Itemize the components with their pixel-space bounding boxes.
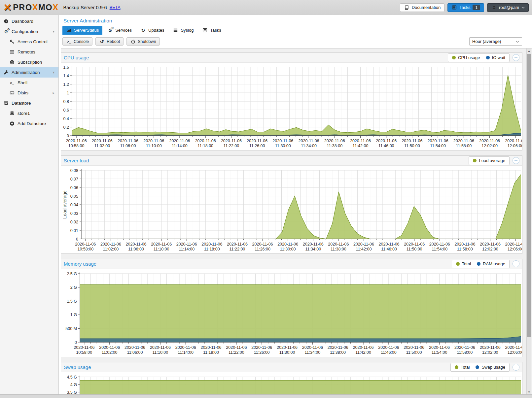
legend-label: RAM usage (483, 261, 505, 266)
svg-text:2020-11-0611:50:00: 2020-11-0611:50:00 (404, 345, 424, 355)
caret-down-icon: ▾ (53, 70, 54, 75)
scroll-up-arrow-icon[interactable]: ▲ (527, 49, 531, 53)
tab-label: Services (115, 28, 132, 33)
legend-item-total[interactable]: Total (455, 365, 470, 370)
sidebar-item-access-control[interactable]: Access Control (0, 37, 58, 47)
tab-syslog[interactable]: Syslog (169, 26, 197, 35)
svg-text:500 M: 500 M (65, 326, 77, 331)
sidebar-item-shell[interactable]: >_Shell (0, 78, 58, 88)
panel-header: Server loadLoad average (61, 156, 522, 166)
svg-text:2020-11-0611:42:00: 2020-11-0611:42:00 (350, 139, 371, 148)
panel-body: 00.20.40.60.811.21.41.62020-11-0610:58:0… (61, 63, 522, 150)
terminal-icon: >_ (66, 40, 72, 44)
sidebar-item-store1[interactable]: store1 (0, 108, 58, 118)
time-range-select[interactable]: Hour (average) (469, 37, 522, 46)
legend-label: CPU usage (458, 55, 480, 60)
reboot-button[interactable]: ↺Reboot (95, 37, 124, 46)
collapse-panel-button[interactable] (513, 364, 519, 371)
svg-text:3.5 G: 3.5 G (67, 390, 77, 395)
key-icon (9, 39, 15, 44)
caret-down-icon: ▾ (53, 29, 54, 34)
svg-text:0.06: 0.06 (70, 185, 78, 190)
svg-text:2020-11-0611:58:00: 2020-11-0611:58:00 (454, 345, 475, 355)
gears-icon: ⚙⚙ (3, 29, 9, 34)
svg-text:2020-11-0611:26:00: 2020-11-0611:26:00 (252, 242, 273, 251)
svg-text:2020-11-0611:06:00: 2020-11-0611:06:00 (118, 139, 138, 148)
toolbar: >_Console↺RebootShutdown Hour (average) (61, 35, 532, 49)
page-title: Server Administration (63, 18, 532, 25)
tab-serverstatus[interactable]: ServerStatus (62, 26, 102, 35)
collapse-panel-button[interactable] (513, 157, 519, 164)
sidebar-item-dashboard[interactable]: Dashboard (0, 16, 58, 26)
minus-icon (514, 160, 517, 161)
tab-bar: ServerStatus⚙⚙Services↻UpdatesSyslogTask… (62, 25, 532, 35)
sidebar-nav: Dashboard⚙⚙Configuration▾Access ControlR… (0, 15, 59, 395)
legend-item-total[interactable]: Total (456, 261, 471, 266)
svg-text:2020-11-0611:34:00: 2020-11-0611:34:00 (299, 139, 319, 148)
sidebar-item-label: Datastore (12, 101, 31, 106)
svg-text:2020-11-0611:10:00: 2020-11-0611:10:00 (150, 345, 171, 355)
svg-text:0.08: 0.08 (70, 168, 78, 173)
legend-item-cpu-usage[interactable]: CPU usage (452, 55, 480, 60)
power-icon (130, 39, 136, 44)
legend-item-load-average[interactable]: Load average (473, 158, 505, 163)
tab-services[interactable]: ⚙⚙Services (104, 26, 135, 35)
svg-text:2 G: 2 G (70, 285, 77, 290)
legend-item-io-wait[interactable]: IO wait (486, 55, 505, 60)
svg-text:1: 1 (67, 91, 69, 95)
scroll-down-arrow-icon[interactable]: ▼ (527, 390, 531, 395)
svg-text:0.01: 0.01 (70, 228, 78, 233)
tab-tasks[interactable]: Tasks (198, 26, 225, 35)
tasks-button[interactable]: Tasks 1 (447, 3, 484, 12)
panel-title: Server load (64, 158, 89, 163)
console-button[interactable]: >_Console (62, 37, 92, 46)
sidebar-item-label: store1 (18, 111, 30, 116)
beta-link[interactable]: BETA (110, 5, 121, 10)
shutdown-button[interactable]: Shutdown (126, 37, 160, 46)
sidebar-item-label: Shell (18, 80, 27, 85)
svg-text:0.2: 0.2 (63, 125, 69, 130)
user-menu-button[interactable]: root@pam (487, 3, 529, 12)
sidebar-item-configuration[interactable]: ⚙⚙Configuration▾ (0, 26, 58, 37)
svg-text:2020-11-0611:54:00: 2020-11-0611:54:00 (429, 242, 450, 251)
collapse-panel-button[interactable] (513, 54, 519, 61)
svg-text:0.03: 0.03 (70, 211, 78, 216)
collapse-panel-button[interactable] (513, 260, 519, 267)
refresh-icon: ↻ (140, 28, 146, 33)
panel-body: 0500 M1 G1.5 G2 G2.5 G2020-11-0610:58:00… (61, 269, 522, 357)
scrollbar-thumb[interactable] (527, 54, 531, 337)
svg-text:2020-11-0610:58:00: 2020-11-0610:58:00 (75, 242, 96, 251)
sidebar-item-label: Disks (18, 90, 28, 95)
svg-text:2020-11-0611:18:00: 2020-11-0611:18:00 (201, 345, 222, 355)
dashboard-icon (3, 19, 9, 24)
svg-text:2020-11-0611:38:00: 2020-11-0611:38:00 (328, 242, 349, 251)
svg-text:2020-11-0611:54:00: 2020-11-0611:54:00 (429, 345, 450, 355)
svg-text:2020-11-0611:26:00: 2020-11-0611:26:00 (251, 345, 272, 355)
legend-item-ram-usage[interactable]: RAM usage (477, 261, 505, 266)
svg-text:0.07: 0.07 (70, 177, 78, 182)
vertical-scrollbar[interactable]: ▲ ▼ (526, 49, 531, 395)
sidebar-item-administration[interactable]: Administration▾ (0, 67, 58, 78)
svg-text:0.8: 0.8 (63, 99, 69, 104)
tasks-count-badge: 1 (473, 5, 480, 10)
svg-text:2020-11-0611:30:00: 2020-11-0611:30:00 (272, 139, 293, 148)
topbar-actions: Documentation Tasks 1 root@pam (400, 3, 529, 12)
sidebar-item-disks[interactable]: Disks▸ (0, 88, 58, 98)
proxmox-logo-text: PROXMOX (13, 3, 58, 12)
lifering-icon (9, 60, 15, 65)
tab-updates[interactable]: ↻Updates (137, 26, 168, 35)
svg-text:2020-11-0610:58:00: 2020-11-0610:58:00 (74, 345, 94, 355)
terminal-icon: >_ (9, 81, 15, 85)
documentation-button[interactable]: Documentation (400, 3, 444, 12)
svg-text:1 G: 1 G (70, 313, 77, 317)
minus-icon (514, 264, 517, 264)
svg-text:2020-11-0611:42:00: 2020-11-0611:42:00 (353, 345, 374, 355)
legend-item-swap-usage[interactable]: Swap usage (476, 365, 505, 370)
svg-text:2020-11-0611:02:00: 2020-11-0611:02:00 (99, 345, 120, 355)
sidebar-item-subscription[interactable]: Subscription (0, 57, 58, 67)
svg-text:2020-11-0611:46:00: 2020-11-0611:46:00 (376, 139, 397, 148)
sidebar-item-remotes[interactable]: Remotes (0, 47, 58, 57)
sidebar-item-datastore[interactable]: Datastore (0, 98, 58, 108)
panel-title: Memory usage (64, 261, 96, 267)
sidebar-item-add-datastore[interactable]: Add Datastore (0, 118, 58, 129)
